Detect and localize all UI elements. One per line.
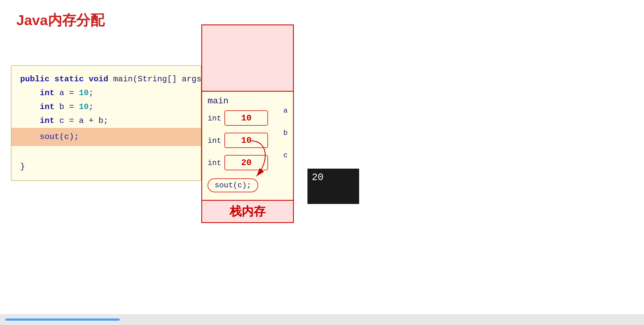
code-content: public static void main(String[] args) {… xyxy=(11,66,201,180)
code-line-5-highlight: sout(c); xyxy=(11,128,201,146)
stack-label-area: 栈内存 xyxy=(202,200,293,222)
code-line-1: public static void main(String[] args) { xyxy=(20,72,192,86)
code-line-6: } xyxy=(20,160,192,174)
output-value: 20 xyxy=(312,172,323,183)
var-name-b: b xyxy=(283,129,288,137)
var-type-b: int xyxy=(208,135,221,145)
bottom-bar xyxy=(0,314,644,325)
page-title: Java内存分配 xyxy=(16,11,104,30)
output-terminal: 20 xyxy=(307,169,359,204)
stack-label: 栈内存 xyxy=(230,205,266,218)
var-row-a: int a 10 xyxy=(208,109,288,126)
arrow-svg xyxy=(229,138,278,187)
var-value-a: 10 xyxy=(224,110,268,126)
frame-label: main xyxy=(208,96,288,106)
var-type-a: int xyxy=(208,113,221,123)
stack-frame-main: main int a 10 int b 10 int c 20 xyxy=(202,91,293,200)
heap-area xyxy=(202,25,293,91)
var-type-c: int xyxy=(208,157,221,167)
progress-bar xyxy=(5,318,120,321)
code-line-4: int c = a + b; xyxy=(20,114,192,128)
var-name-a: a xyxy=(283,107,288,115)
var-right-a: a 10 xyxy=(224,109,288,126)
memory-diagram: main int a 10 int b 10 int c 20 xyxy=(201,24,294,223)
code-block: public static void main(String[] args) {… xyxy=(11,65,201,181)
sout-row: sout(c); xyxy=(208,176,288,192)
var-name-c: c xyxy=(283,151,288,159)
code-line-3: int b = 10; xyxy=(20,100,192,114)
code-line-2: int a = 10; xyxy=(20,86,192,100)
